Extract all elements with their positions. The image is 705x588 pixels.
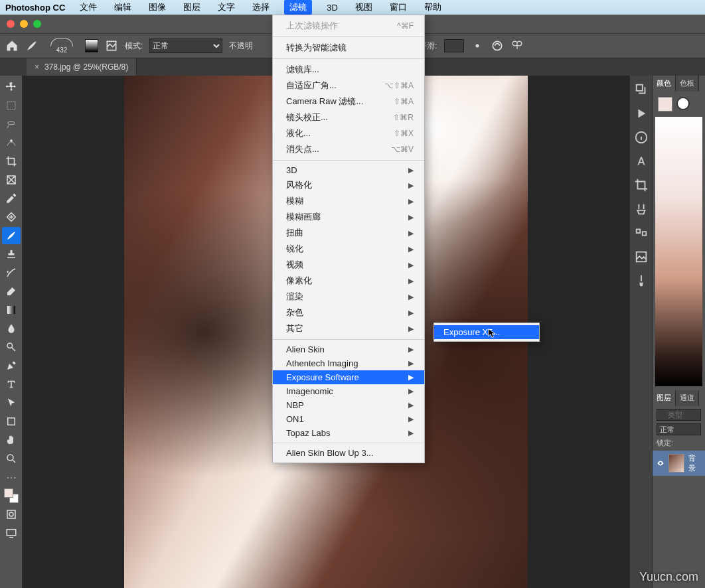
tab-swatches[interactable]: 色板	[676, 76, 699, 92]
blend-mode-select[interactable]: 正常	[149, 38, 222, 53]
zoom-tool[interactable]	[2, 450, 21, 467]
brush-tool-icon[interactable]	[25, 39, 39, 52]
brush-swatch[interactable]	[85, 39, 98, 52]
menu-nbp[interactable]: NBP▶	[273, 398, 424, 412]
hand-tool[interactable]	[2, 431, 21, 449]
marquee-tool[interactable]	[2, 97, 21, 114]
frame-tool[interactable]	[2, 171, 21, 188]
menu-adaptive-wide[interactable]: 自适应广角...⌥⇧⌘A	[273, 78, 424, 94]
close-window-button[interactable]	[7, 20, 15, 28]
brush-preset-picker[interactable]: 432	[45, 38, 78, 54]
brush-preset-panel-icon[interactable]	[634, 273, 649, 288]
menu-last-filter: 上次滤镜操作^⌘F	[273, 18, 424, 34]
menu-select[interactable]: 选择	[250, 0, 272, 15]
tab-layers[interactable]: 图层	[653, 390, 676, 406]
menu-stylize[interactable]: 风格化▶	[273, 177, 424, 193]
menu-edit[interactable]: 编辑	[112, 0, 134, 15]
menu-window[interactable]: 窗口	[387, 0, 410, 15]
layer-row[interactable]: 背景	[653, 451, 705, 476]
layer-filter-input[interactable]	[657, 409, 701, 421]
minimize-window-button[interactable]	[20, 20, 28, 28]
menu-blowup[interactable]: Alien Skin Blow Up 3...	[273, 446, 424, 460]
edit-toolbar-icon[interactable]: ⋯	[2, 469, 21, 486]
menu-render[interactable]: 渲染▶	[273, 289, 424, 305]
home-icon[interactable]	[5, 39, 19, 52]
menu-imagenomic[interactable]: Imagenomic▶	[273, 384, 424, 398]
history-panel-icon[interactable]	[634, 82, 649, 97]
crop-tool[interactable]	[2, 153, 21, 170]
menu-on1[interactable]: ON1▶	[273, 412, 424, 426]
menu-lens-correction[interactable]: 镜头校正...⇧⌘R	[273, 110, 424, 125]
smoothing-input[interactable]	[444, 39, 464, 52]
stamp-tool[interactable]	[2, 246, 21, 263]
layer-thumbnail[interactable]	[668, 454, 684, 473]
menu-noise[interactable]: 杂色▶	[273, 305, 424, 321]
brush-tool[interactable]	[2, 227, 21, 244]
menu-filter[interactable]: 滤镜	[284, 0, 312, 15]
lasso-tool[interactable]	[2, 115, 21, 133]
gradient-tool[interactable]	[2, 301, 21, 319]
shape-tool[interactable]	[2, 413, 21, 430]
menu-distort[interactable]: 扭曲▶	[273, 225, 424, 241]
menu-3d[interactable]: 3D▶	[273, 163, 424, 177]
menu-other[interactable]: 其它▶	[273, 321, 424, 336]
path-select-tool[interactable]	[2, 394, 21, 411]
eraser-tool[interactable]	[2, 283, 21, 300]
character-panel-icon[interactable]	[634, 154, 649, 169]
menu-camera-raw[interactable]: Camera Raw 滤镜...⇧⌘A	[273, 94, 424, 110]
menu-type[interactable]: 文字	[215, 0, 238, 15]
menu-blur-gallery[interactable]: 模糊画廊▶	[273, 209, 424, 225]
menu-convert-smart[interactable]: 转换为智能滤镜	[273, 40, 424, 56]
crop-panel-icon[interactable]	[634, 178, 649, 192]
align-panel-icon[interactable]	[634, 226, 649, 240]
blend-mode-input[interactable]	[657, 423, 701, 435]
type-tool[interactable]	[2, 376, 21, 393]
brush-preview-icon[interactable]	[105, 39, 118, 52]
info-panel-icon[interactable]	[634, 130, 649, 145]
menu-help[interactable]: 帮助	[422, 0, 444, 15]
move-tool[interactable]	[2, 78, 21, 96]
menu-liquify[interactable]: 液化...⇧⌘X	[273, 125, 424, 141]
menu-3d[interactable]: 3D	[324, 1, 341, 14]
menu-sharpen[interactable]: 锐化▶	[273, 241, 424, 257]
menu-video[interactable]: 视频▶	[273, 257, 424, 273]
menu-filter-gallery[interactable]: 滤镜库...	[273, 62, 424, 78]
visibility-icon[interactable]	[657, 459, 665, 468]
menu-vanishing-point[interactable]: 消失点...⌥⌘V	[273, 141, 424, 157]
dodge-tool[interactable]	[2, 338, 21, 356]
screen-mode-icon[interactable]	[2, 524, 21, 542]
healing-tool[interactable]	[2, 208, 21, 226]
actions-panel-icon[interactable]	[634, 106, 649, 121]
foreground-color-swatch[interactable]	[658, 97, 672, 111]
menu-image[interactable]: 图像	[146, 0, 169, 15]
pressure-opacity-icon[interactable]	[491, 39, 504, 52]
tab-channels[interactable]: 通道	[676, 390, 699, 406]
pen-tool[interactable]	[2, 357, 21, 374]
quick-mask-icon[interactable]	[2, 506, 21, 523]
blur-tool[interactable]	[2, 320, 21, 337]
maximize-window-button[interactable]	[33, 20, 41, 28]
hue-ring[interactable]	[676, 97, 690, 110]
gear-icon[interactable]	[471, 39, 484, 52]
menu-blur[interactable]: 模糊▶	[273, 193, 424, 209]
quick-select-tool[interactable]	[2, 134, 21, 151]
menu-exposure-software[interactable]: Exposure Software▶	[273, 370, 424, 384]
butterfly-icon[interactable]	[510, 39, 524, 52]
menu-layer[interactable]: 图层	[181, 0, 203, 15]
document-tab[interactable]: × 378.jpg @ 25%(RGB/8)	[27, 58, 137, 76]
menu-view[interactable]: 视图	[352, 0, 375, 15]
tab-color[interactable]: 颜色	[653, 76, 676, 92]
menu-pixelate[interactable]: 像素化▶	[273, 273, 424, 289]
submenu-exposure-x5[interactable]: Exposure X5...	[434, 325, 539, 339]
color-gradient-strip[interactable]	[655, 117, 702, 386]
history-brush-tool[interactable]	[2, 264, 21, 281]
color-swatches[interactable]	[2, 487, 21, 504]
menu-athentech[interactable]: Athentech Imaging▶	[273, 356, 424, 370]
brushes-panel-icon[interactable]	[634, 202, 649, 216]
picture-panel-icon[interactable]	[634, 250, 649, 264]
eyedropper-tool[interactable]	[2, 190, 21, 207]
menu-topaz[interactable]: Topaz Labs▶	[273, 426, 424, 440]
menu-alien-skin[interactable]: Alien Skin▶	[273, 342, 424, 356]
menu-file[interactable]: 文件	[77, 0, 100, 15]
close-tab-icon[interactable]: ×	[35, 62, 39, 72]
